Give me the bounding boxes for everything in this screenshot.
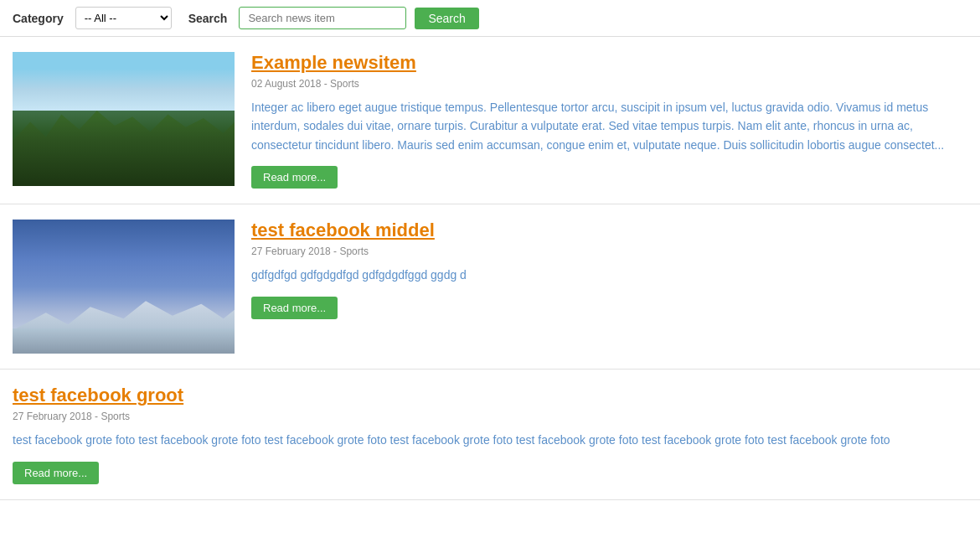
search-input[interactable] xyxy=(239,7,406,29)
news-category: Sports xyxy=(101,411,130,422)
news-meta-separator: - xyxy=(324,78,330,90)
news-thumbnail xyxy=(13,220,235,354)
read-more-button[interactable]: Read more... xyxy=(251,166,338,189)
news-meta: 02 August 2018 - Sports xyxy=(251,78,967,90)
news-meta: 27 February 2018 - Sports xyxy=(13,411,967,422)
news-image xyxy=(13,52,235,186)
news-category: Sports xyxy=(330,78,359,90)
filter-bar: Category -- All --SportsNewsEntertainmen… xyxy=(0,0,980,37)
news-excerpt: test facebook grote foto test facebook g… xyxy=(13,431,967,449)
news-title[interactable]: test facebook groot xyxy=(13,385,183,406)
news-excerpt: Integer ac libero eget augue tristique t… xyxy=(251,98,967,154)
category-select[interactable]: -- All --SportsNewsEntertainment xyxy=(75,7,172,29)
news-excerpt: gdfgdfgd gdfgdgdfgd gdfgdgdfggd ggdg d xyxy=(251,266,967,284)
read-more-button[interactable]: Read more... xyxy=(13,462,99,484)
news-content: Example newsitem 02 August 2018 - Sports… xyxy=(251,52,967,189)
news-meta: 27 February 2018 - Sports xyxy=(251,245,967,257)
news-date: 02 August 2018 xyxy=(251,78,321,90)
read-more-button[interactable]: Read more... xyxy=(251,297,338,319)
news-item: test facebook middel 27 February 2018 - … xyxy=(0,204,980,370)
news-title[interactable]: Example newsitem xyxy=(251,52,416,74)
news-title[interactable]: test facebook middel xyxy=(251,220,435,241)
category-label: Category xyxy=(13,12,64,25)
news-content: test facebook groot 27 February 2018 - S… xyxy=(13,385,967,483)
news-item: test facebook groot 27 February 2018 - S… xyxy=(0,370,980,499)
search-label: Search xyxy=(188,12,228,25)
news-thumbnail xyxy=(13,52,235,186)
search-button[interactable]: Search xyxy=(415,8,478,29)
news-content: test facebook middel 27 February 2018 - … xyxy=(251,220,967,318)
news-category: Sports xyxy=(339,245,369,257)
news-date: 27 February 2018 xyxy=(251,245,331,257)
news-date: 27 February 2018 xyxy=(13,411,92,422)
news-item: Example newsitem 02 August 2018 - Sports… xyxy=(0,37,980,204)
news-list: Example newsitem 02 August 2018 - Sports… xyxy=(0,37,980,500)
news-image xyxy=(13,220,235,354)
